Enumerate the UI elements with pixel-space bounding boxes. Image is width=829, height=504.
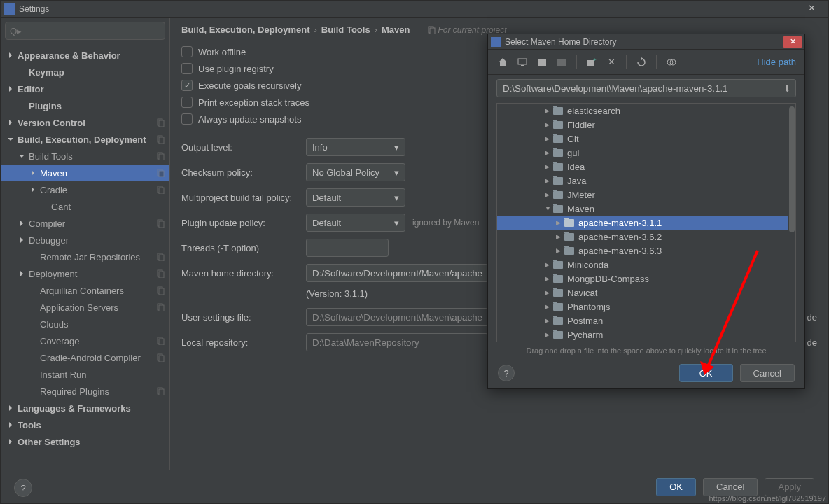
tree-item-compiler[interactable]: Compiler [1,215,169,232]
tree-item-clouds[interactable]: Clouds [1,316,169,332]
folder-fiddler[interactable]: ▶Fiddler [497,118,795,132]
folder-idea[interactable]: ▶Idea [497,160,795,174]
tree-label: Build, Execution, Deployment [18,134,146,145]
tree-item-keymap[interactable]: Keymap [1,64,169,80]
folder-miniconda[interactable]: ▶Miniconda [497,258,795,272]
tree-item-languages-frameworks[interactable]: Languages & Frameworks [1,400,169,416]
show-hidden-icon[interactable] [665,56,678,69]
tree-arrow-icon: ▶ [545,149,552,156]
folder-label: gui [567,148,579,158]
folder-icon [553,303,563,311]
folder-gui[interactable]: ▶gui [497,146,795,160]
ok-button[interactable]: OK [656,478,696,496]
folder-maven[interactable]: ▼Maven [497,202,795,216]
tree-item-tools[interactable]: Tools [1,416,169,433]
cancel-button[interactable]: Cancel [703,478,758,496]
local-repo-input[interactable] [306,333,488,351]
refresh-icon[interactable] [635,56,648,69]
search-field[interactable] [10,26,160,36]
checkbox[interactable] [181,63,193,74]
tree-item-maven[interactable]: Maven [1,164,169,181]
tree-arrow-icon [18,68,26,76]
folder-phantomjs[interactable]: ▶Phantomjs [497,300,795,314]
tree-label: Deployment [29,269,77,279]
tree-item-plugins[interactable]: Plugins [1,97,169,114]
help-button[interactable]: ? [14,479,32,497]
tree-item-appearance-behavior[interactable]: Appearance & Behavior [1,47,169,64]
delete-icon[interactable]: ✕ [605,56,618,69]
folder-pycharm[interactable]: ▶Pycharm [497,328,795,342]
output-level-select[interactable]: Info▾ [306,138,405,156]
drag-hint: Drag and drop a file into the space abov… [488,344,804,358]
tree-item-debugger[interactable]: Debugger [1,232,169,248]
folder-git[interactable]: ▶Git [497,132,795,146]
tree-item-build-execution-deployment[interactable]: Build, Execution, Deployment [1,131,169,148]
threads-input[interactable] [306,239,389,257]
tree-item-build-tools[interactable]: Build Tools [1,148,169,164]
checkbox[interactable] [181,46,193,57]
tree-item-remote-jar-repositories[interactable]: Remote Jar Repositories [1,248,169,265]
tree-arrow-icon: ▶ [545,121,552,128]
home-icon[interactable] [496,56,509,69]
folder-apache-maven-3-1-1[interactable]: ▶apache-maven-3.1.1 [497,216,795,230]
user-settings-input[interactable] [306,308,488,326]
tree-item-arquillian-containers[interactable]: Arquillian Containers [1,282,169,299]
folder-elasticsearch[interactable]: ▶elasticsearch [497,104,795,118]
folder-icon [553,331,563,339]
svg-rect-31 [557,59,566,66]
breadcrumb-2[interactable]: Build Tools [321,24,370,35]
tree-item-coverage[interactable]: Coverage [1,332,169,349]
chevron-down-icon: ▾ [394,218,399,228]
tree-item-required-plugins[interactable]: Required Plugins [1,383,169,400]
tree-arrow-icon: ▼ [545,205,552,212]
folder-icon [553,289,563,297]
folder-navicat[interactable]: ▶Navicat [497,286,795,300]
breadcrumb-1[interactable]: Build, Execution, Deployment [181,24,309,35]
tree-item-gradle-android-compiler[interactable]: Gradle-Android Compiler [1,349,169,366]
checkbox[interactable] [181,113,193,125]
tree-item-editor[interactable]: Editor [1,80,169,97]
chevron-down-icon: ▾ [394,192,399,203]
svg-rect-23 [159,356,164,362]
scrollbar[interactable] [788,104,795,342]
search-input[interactable] [5,22,165,40]
tree-item-deployment[interactable]: Deployment [1,265,169,282]
override-suffix: de [807,312,817,323]
folder-jmeter[interactable]: ▶JMeter [497,188,795,202]
apply-button[interactable]: Apply [765,478,814,496]
folder-apache-maven-3-6-3[interactable]: ▶apache-maven-3.6.3 [497,244,795,258]
close-icon[interactable]: ✕ [797,1,825,17]
ok-button[interactable]: OK [679,364,733,382]
folder-mongpdb-compass[interactable]: ▶MongpDB-Compass [497,272,795,286]
tree-item-version-control[interactable]: Version Control [1,114,169,131]
svg-rect-27 [430,28,435,34]
tree-item-application-servers[interactable]: Application Servers [1,299,169,316]
folder-apache-maven-3-6-2[interactable]: ▶apache-maven-3.6.2 [497,230,795,244]
cancel-button[interactable]: Cancel [740,364,795,382]
tree-item-gant[interactable]: Gant [1,198,169,215]
tree-item-instant-run[interactable]: Instant Run [1,366,169,383]
checkbox[interactable] [181,80,193,91]
download-icon[interactable]: ⬇ [779,80,795,97]
path-input-row: ⬇ [496,79,796,97]
module-icon[interactable] [555,56,568,69]
checksum-select[interactable]: No Global Policy▾ [306,163,405,181]
maven-home-input[interactable] [306,264,488,282]
close-icon[interactable]: ✕ [783,36,802,48]
multiproject-select[interactable]: Default▾ [306,188,405,206]
window-title: Settings [19,4,797,14]
folder-postman[interactable]: ▶Postman [497,314,795,328]
help-button[interactable]: ? [498,365,515,382]
new-folder-icon[interactable]: + [585,56,598,69]
path-input[interactable] [497,83,779,94]
plugin-update-select[interactable]: Default▾ [306,214,405,232]
tree-item-other-settings[interactable]: Other Settings [1,433,169,450]
separator [626,55,627,69]
breadcrumb-3[interactable]: Maven [382,24,410,35]
checkbox[interactable] [181,97,193,108]
desktop-icon[interactable] [516,56,529,69]
tree-item-gradle[interactable]: Gradle [1,181,169,198]
hide-path-link[interactable]: Hide path [757,57,796,67]
folder-java[interactable]: ▶Java [497,174,795,188]
project-icon[interactable] [536,56,548,69]
